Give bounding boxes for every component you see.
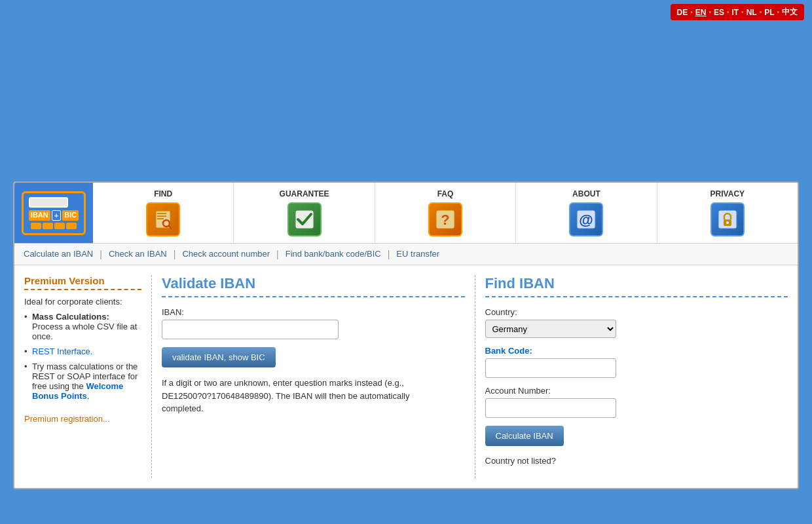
logo-block-plus: + <box>52 210 61 221</box>
site-header: IBAN + BIC FIND <box>14 183 798 244</box>
country-select[interactable]: Germany Austria Belgium France Netherlan… <box>485 320 616 338</box>
account-number-label: Account Number: <box>485 386 788 396</box>
sub-nav-sep-3: | <box>272 248 283 261</box>
lang-de[interactable]: DE <box>677 8 688 17</box>
premium-title: Premium Version <box>24 275 141 290</box>
language-bar: DE • EN • ES • IT • NL • PL • 中文 <box>0 0 812 24</box>
svg-rect-2 <box>157 215 166 217</box>
faq-icon: ? <box>428 202 462 236</box>
premium-item-rest: REST Interface. <box>24 346 141 356</box>
nav-guarantee[interactable]: GUARANTEE <box>234 183 375 243</box>
main-nav: FIND GUARANTEE <box>93 183 798 243</box>
premium-item-mass: Mass Calculations: Process a whole CSV f… <box>24 312 141 341</box>
premium-registration-link[interactable]: Premium registration... <box>24 414 141 424</box>
lang-pl[interactable]: PL <box>764 8 774 17</box>
validate-title: Validate IBAN <box>162 275 465 297</box>
main-content: Premium Version Ideal for corporate clie… <box>14 265 798 488</box>
country-note: Country not listed? <box>485 456 556 466</box>
guarantee-icon <box>287 202 322 236</box>
logo-block-bic: BIC <box>62 210 79 221</box>
rest-interface-link[interactable]: REST Interface. <box>32 346 92 356</box>
validate-iban-section: Validate IBAN IBAN: validate IBAN, show … <box>162 275 475 478</box>
advertisement-area <box>0 24 812 181</box>
bank-code-input[interactable] <box>485 358 616 378</box>
nav-faq-label: FAQ <box>437 189 454 198</box>
calculate-iban-button[interactable]: Calculate IBAN <box>485 426 564 446</box>
premium-list: Mass Calculations: Process a whole CSV f… <box>24 312 141 401</box>
lang-en[interactable]: EN <box>695 8 707 17</box>
find-icon <box>146 202 180 236</box>
premium-item-mass-text: Process a whole CSV file at once. <box>32 322 137 341</box>
nav-privacy-label: PRIVACY <box>710 189 745 198</box>
svg-rect-1 <box>157 213 166 214</box>
nav-privacy[interactable]: PRIVACY <box>657 183 798 243</box>
logo-block-iban: IBAN <box>29 210 50 221</box>
lang-container: DE • EN • ES • IT • NL • PL • 中文 <box>671 4 804 20</box>
sub-nav-sep-4: | <box>384 248 394 261</box>
logo-text-row: IBAN + BIC <box>29 210 79 221</box>
nav-about[interactable]: ABOUT @ <box>516 183 657 243</box>
logo-btn-1 <box>31 223 41 229</box>
logo-btn-2 <box>43 223 53 229</box>
nav-find[interactable]: FIND <box>93 183 234 243</box>
iban-label: IBAN: <box>162 307 465 317</box>
svg-text:?: ? <box>441 212 449 228</box>
nav-faq[interactable]: FAQ ? <box>375 183 516 243</box>
nav-guarantee-label: GUARANTEE <box>280 189 329 198</box>
lang-it[interactable]: IT <box>731 8 739 17</box>
sub-nav-sep-1: | <box>96 248 106 261</box>
about-icon: @ <box>569 202 603 236</box>
lang-es[interactable]: ES <box>714 8 724 17</box>
sub-nav-calculate[interactable]: Calculate an IBAN <box>21 248 96 261</box>
validate-hint: If a digit or two are unknown, enter que… <box>162 377 437 415</box>
lang-zh[interactable]: 中文 <box>782 7 798 18</box>
sub-nav-sep-2: | <box>170 248 180 261</box>
logo-screen <box>29 197 68 208</box>
privacy-icon <box>710 202 745 236</box>
site-logo[interactable]: IBAN + BIC <box>14 183 93 243</box>
lang-nl[interactable]: NL <box>747 8 757 17</box>
bank-code-label: Bank Code: <box>485 346 788 356</box>
country-label: Country: <box>485 307 788 317</box>
main-wrapper: IBAN + BIC FIND <box>0 181 812 502</box>
svg-point-13 <box>726 221 729 224</box>
premium-item-try-suffix: . <box>87 391 90 401</box>
sub-nav-check-iban[interactable]: Check an IBAN <box>106 248 170 261</box>
svg-text:@: @ <box>580 212 593 228</box>
nav-find-label: FIND <box>154 189 172 198</box>
logo-btn-4 <box>66 223 77 229</box>
sub-nav-check-account[interactable]: Check account number <box>179 248 272 261</box>
premium-item-try: Try mass calculations or the REST or SOA… <box>24 362 141 401</box>
premium-subtitle: Ideal for corporate clients: <box>24 297 141 307</box>
logo-btn-3 <box>54 223 65 229</box>
find-iban-section: Find IBAN Country: Germany Austria Belgi… <box>485 275 788 478</box>
validate-button[interactable]: validate IBAN, show BIC <box>162 347 276 367</box>
premium-sidebar: Premium Version Ideal for corporate clie… <box>24 275 152 478</box>
sub-nav-find-bank[interactable]: Find bank/bank code/BIC <box>283 248 384 261</box>
sub-navigation: Calculate an IBAN | Check an IBAN | Chec… <box>14 244 798 265</box>
find-title: Find IBAN <box>485 275 788 297</box>
svg-rect-3 <box>157 218 164 219</box>
account-number-input[interactable] <box>485 398 616 418</box>
premium-item-mass-bold: Mass Calculations: <box>32 312 109 322</box>
logo-buttons <box>29 223 79 229</box>
content-box: IBAN + BIC FIND <box>13 181 799 489</box>
sub-nav-eu-transfer[interactable]: EU transfer <box>394 248 442 261</box>
iban-input[interactable] <box>162 320 339 339</box>
nav-about-label: ABOUT <box>572 189 600 198</box>
